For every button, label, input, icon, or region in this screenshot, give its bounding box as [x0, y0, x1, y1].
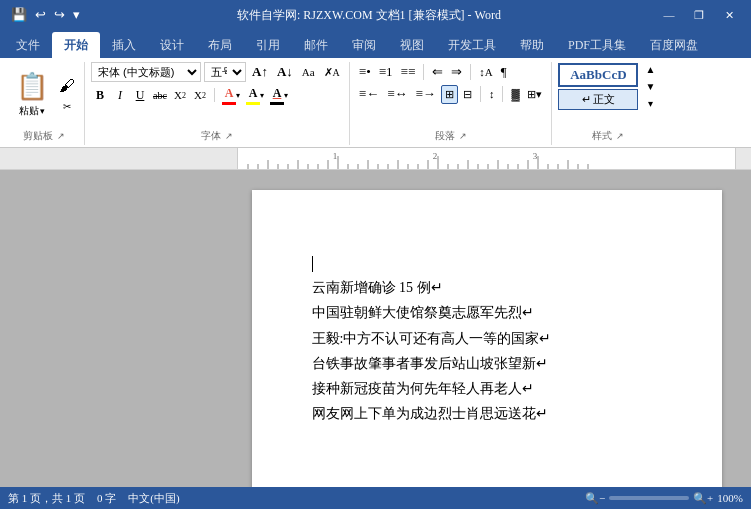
paste-icon: 📋 — [16, 71, 48, 102]
svg-text:1: 1 — [333, 151, 338, 161]
font-name-select[interactable]: 宋体 (中文标题) — [91, 62, 201, 82]
paragraph-align-row: ≡← ≡↔ ≡→ ⊞ ⊟ ↕ ▓ ⊞▾ — [356, 84, 546, 104]
tab-view[interactable]: 视图 — [388, 32, 436, 58]
font-color-dropdown-icon[interactable]: ▾ — [284, 91, 288, 100]
paste-button[interactable]: 📋 粘贴 ▾ — [10, 67, 54, 122]
font-expand-icon[interactable]: ↗ — [225, 131, 233, 141]
tab-insert[interactable]: 插入 — [100, 32, 148, 58]
font-group: 宋体 (中文标题) 五号 A↑ A↓ Aa ✗A B I U abc X2 X2 — [85, 62, 350, 145]
tab-mailings[interactable]: 邮件 — [292, 32, 340, 58]
tab-baidu[interactable]: 百度网盘 — [638, 32, 710, 58]
clear-format-button[interactable]: ✗A — [321, 64, 343, 81]
document-area[interactable]: 云南新增确诊 15 例↵ 中国驻朝鲜大使馆祭奠志愿军先烈↵ 王毅:中方不认可还有… — [0, 170, 751, 487]
text-color-button[interactable]: A ▾ — [220, 86, 242, 104]
undo-icon[interactable]: ↩ — [32, 5, 49, 25]
increase-font-button[interactable]: A↑ — [249, 62, 271, 82]
redo-icon[interactable]: ↪ — [51, 5, 68, 25]
tab-developer[interactable]: 开发工具 — [436, 32, 508, 58]
increase-indent-button[interactable]: ⇒ — [448, 62, 465, 82]
zoom-slider[interactable] — [609, 496, 689, 500]
paragraph-label: 段落 ↗ — [356, 127, 546, 145]
strikethrough-button[interactable]: abc — [151, 86, 169, 104]
font-divider — [214, 88, 215, 102]
para-divider4 — [502, 86, 503, 102]
quick-access: 💾 ↩ ↪ ▾ — [8, 5, 83, 25]
borders-button[interactable]: ⊞▾ — [524, 86, 545, 103]
zoom-out-icon[interactable]: 🔍− — [585, 492, 605, 505]
doc-line-5: 接种新冠疫苗为何先年轻人再老人↵ — [312, 376, 662, 401]
sort-button[interactable]: ↕A — [476, 64, 495, 80]
paragraph-expand-icon[interactable]: ↗ — [459, 131, 467, 141]
save-icon[interactable]: 💾 — [8, 5, 30, 25]
clipboard-label: 剪贴板 ↗ — [10, 127, 78, 145]
clipboard-expand-icon[interactable]: ↗ — [57, 131, 65, 141]
tab-home[interactable]: 开始 — [52, 32, 100, 58]
tab-layout[interactable]: 布局 — [196, 32, 244, 58]
font-size-select[interactable]: 五号 — [204, 62, 246, 82]
minimize-button[interactable]: — — [655, 5, 683, 25]
tab-help[interactable]: 帮助 — [508, 32, 556, 58]
shading-button[interactable]: ▓ — [508, 86, 522, 102]
zoom-in-icon[interactable]: 🔍+ — [693, 492, 713, 505]
numbering-button[interactable]: ≡1 — [376, 62, 396, 82]
case-button[interactable]: Aa — [299, 64, 318, 80]
align-left-button[interactable]: ≡← — [356, 84, 382, 104]
tab-file[interactable]: 文件 — [4, 32, 52, 58]
text-color-icon: A — [225, 86, 234, 101]
page-center: 云南新增确诊 15 例↵ 中国驻朝鲜大使馆祭奠志愿军先烈↵ 王毅:中方不认可还有… — [238, 170, 735, 487]
styles-scroll-down-button[interactable]: ▼ — [642, 79, 658, 94]
restore-button[interactable]: ❐ — [685, 5, 713, 25]
styles-expand-icon[interactable]: ↗ — [616, 131, 624, 141]
svg-text:3: 3 — [533, 151, 538, 161]
font-format-row: B I U abc X2 X2 A ▾ A — [91, 86, 290, 104]
status-bar: 第 1 页，共 1 页 0 字 中文(中国) 🔍− 🔍+ 100% — [0, 487, 751, 509]
italic-button[interactable]: I — [111, 86, 129, 104]
right-margin — [735, 170, 751, 487]
underline-button[interactable]: U — [131, 86, 149, 104]
tab-design[interactable]: 设计 — [148, 32, 196, 58]
bullets-button[interactable]: ≡• — [356, 62, 374, 82]
ribbon-tabs: 文件 开始 插入 设计 布局 引用 邮件 审阅 视图 开发工具 帮助 PDF工具… — [0, 30, 751, 58]
tab-review[interactable]: 审阅 — [340, 32, 388, 58]
highlight-color-button[interactable]: A ▾ — [244, 86, 266, 104]
para-divider3 — [480, 86, 481, 102]
para-divider2 — [470, 64, 471, 80]
styles-scroll-up-button[interactable]: ▲ — [642, 62, 658, 77]
cursor-position — [312, 250, 662, 275]
tab-references[interactable]: 引用 — [244, 32, 292, 58]
text-color-dropdown-icon[interactable]: ▾ — [236, 91, 240, 100]
customize-quick-access-icon[interactable]: ▾ — [70, 5, 83, 25]
show-marks-button[interactable]: ¶ — [498, 62, 510, 82]
multilevel-list-button[interactable]: ≡≡ — [398, 62, 419, 82]
clipboard-expand-button[interactable]: ✂ — [56, 99, 78, 114]
para-divider1 — [423, 64, 424, 80]
tab-pdf[interactable]: PDF工具集 — [556, 32, 638, 58]
highlight-icon: A — [249, 86, 258, 101]
align-right-button[interactable]: ≡→ — [413, 84, 439, 104]
document-page[interactable]: 云南新增确诊 15 例↵ 中国驻朝鲜大使馆祭奠志愿军先烈↵ 王毅:中方不认可还有… — [252, 190, 722, 487]
justify-button[interactable]: ⊞ — [441, 85, 458, 104]
font-color-button[interactable]: A ▾ — [268, 86, 290, 104]
bold-button[interactable]: B — [91, 86, 109, 104]
normal-style-button[interactable]: ↵ 正文 — [558, 89, 638, 110]
clipboard-group-content: 📋 粘贴 ▾ 🖌 ✂ — [10, 62, 78, 127]
align-center-button[interactable]: ≡↔ — [384, 84, 410, 104]
paste-dropdown-icon[interactable]: ▾ — [40, 106, 45, 116]
font-label: 字体 ↗ — [91, 127, 343, 145]
superscript-button[interactable]: X2 — [191, 86, 209, 104]
format-painter-button[interactable]: 🖌 — [56, 75, 78, 97]
distributed-button[interactable]: ⊟ — [460, 86, 475, 103]
heading-style-label: AaBbCcD — [570, 67, 626, 82]
styles-group: AaBbCcD ↵ 正文 ▲ ▼ ▾ 样式 ↗ — [552, 62, 664, 145]
line-spacing-button[interactable]: ↕ — [486, 86, 498, 102]
svg-text:2: 2 — [433, 151, 438, 161]
close-button[interactable]: ✕ — [715, 5, 743, 25]
decrease-font-button[interactable]: A↓ — [274, 62, 296, 82]
subscript-button[interactable]: X2 — [171, 86, 189, 104]
heading-style-button[interactable]: AaBbCcD — [558, 63, 638, 87]
decrease-indent-button[interactable]: ⇐ — [429, 62, 446, 82]
highlight-dropdown-icon[interactable]: ▾ — [260, 91, 264, 100]
styles-more-button[interactable]: ▾ — [642, 96, 658, 111]
svg-rect-1 — [238, 148, 735, 169]
clipboard-group: 📋 粘贴 ▾ 🖌 ✂ 剪贴板 ↗ — [4, 62, 85, 145]
